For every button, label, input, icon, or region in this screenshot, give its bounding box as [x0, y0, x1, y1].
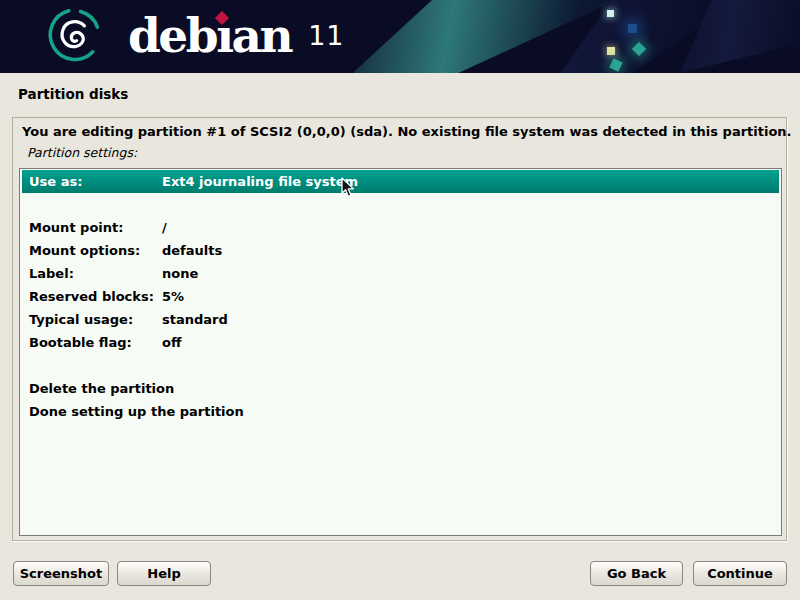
list-row-mount-point[interactable]: Mount point: /: [22, 216, 779, 239]
wordmark-text: debıan: [128, 12, 291, 59]
banner-sparkle-yellow-square: [607, 47, 615, 55]
debian-swirl-logo-icon: [40, 5, 108, 70]
row-value: Ext4 journaling file system: [162, 170, 358, 193]
help-button[interactable]: Help: [117, 561, 211, 586]
list-row-bootable-flag[interactable]: Bootable flag: off: [22, 331, 779, 354]
row-label: [29, 354, 162, 377]
row-label: Reserved blocks:: [29, 285, 162, 308]
page-title: Partition disks: [18, 86, 128, 102]
partition-settings-list[interactable]: Use as: Ext4 journaling file system Moun…: [19, 168, 782, 536]
list-row-delete-partition[interactable]: Delete the partition: [22, 377, 779, 400]
partition-settings-caption: Partition settings:: [27, 145, 137, 160]
version-number: 11: [308, 22, 344, 49]
row-value: defaults: [162, 239, 222, 262]
list-row-spacer: [22, 193, 779, 216]
row-label: Done setting up the partition: [29, 400, 244, 423]
row-label: Bootable flag:: [29, 331, 162, 354]
partition-dialog-panel: You are editing partition #1 of SCSI2 (0…: [12, 117, 787, 541]
row-label: Label:: [29, 262, 162, 285]
mouse-cursor-icon: [341, 177, 358, 199]
row-label: Mount options:: [29, 239, 162, 262]
edit-partition-message: You are editing partition #1 of SCSI2 (0…: [22, 124, 780, 139]
row-value: none: [162, 262, 198, 285]
row-label: [29, 193, 162, 216]
wordmark-right: an: [232, 8, 292, 63]
row-value: 5%: [162, 285, 184, 308]
list-row-typical-usage[interactable]: Typical usage: standard: [22, 308, 779, 331]
row-label: Use as:: [29, 170, 162, 193]
list-row-mount-options[interactable]: Mount options: defaults: [22, 239, 779, 262]
go-back-button[interactable]: Go Back: [590, 561, 683, 586]
debian-banner: debıan 11: [0, 0, 800, 73]
row-value: off: [162, 331, 181, 354]
list-row-done-partition[interactable]: Done setting up the partition: [22, 400, 779, 423]
row-value: standard: [162, 308, 228, 331]
row-value: /: [162, 216, 167, 239]
list-row-use-as[interactable]: Use as: Ext4 journaling file system: [22, 170, 779, 193]
wordmark-left: deb: [128, 8, 216, 63]
row-label: Delete the partition: [29, 377, 174, 400]
banner-sparkle-mint-square: [607, 10, 614, 17]
list-row-reserved-blocks[interactable]: Reserved blocks: 5%: [22, 285, 779, 308]
debian-wordmark: debıan 11: [128, 12, 344, 59]
row-label: Typical usage:: [29, 308, 162, 331]
banner-sparkle-blue-square: [628, 24, 637, 33]
list-row-label[interactable]: Label: none: [22, 262, 779, 285]
continue-button[interactable]: Continue: [693, 561, 787, 586]
screenshot-button[interactable]: Screenshot: [13, 561, 109, 586]
row-label: Mount point:: [29, 216, 162, 239]
list-row-spacer: [22, 354, 779, 377]
